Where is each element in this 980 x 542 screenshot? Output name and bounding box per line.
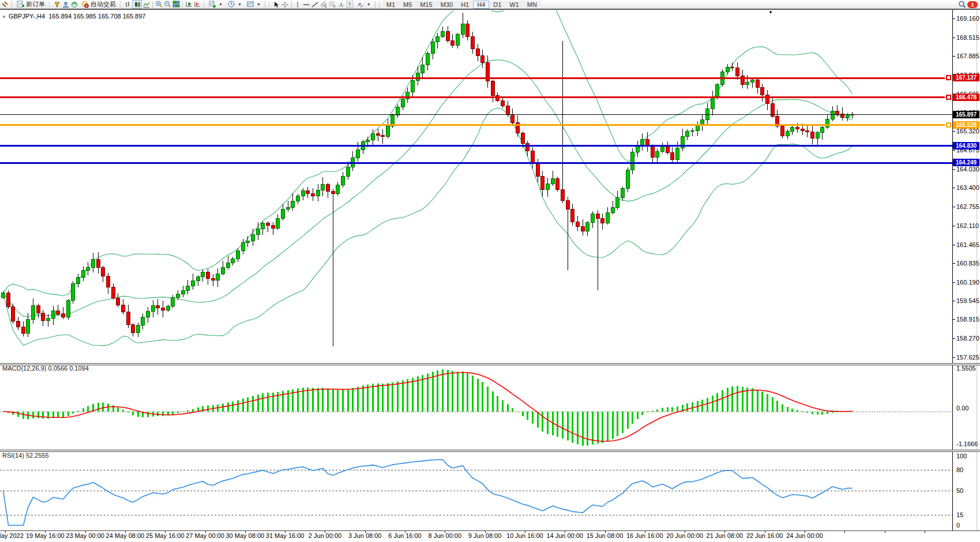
horizontal-line-icon[interactable] [302,1,311,8]
funnel-icon[interactable] [52,1,61,8]
timeframe-h1-button[interactable]: H1 [457,1,473,9]
macd-indicator-label: MACD(12,26,9) 0.0566 0.1094 [2,365,89,372]
price-tick [953,188,955,188]
timeframe-m5-button[interactable]: M5 [399,1,416,9]
macd-values: 0.0566 0.1094 [48,365,88,372]
indicators-button[interactable]: ▼ [206,1,225,9]
signals-icon[interactable] [70,1,78,8]
text-label-icon[interactable]: T [346,1,354,8]
arrows-icon [356,1,365,8]
notification-badge: 1 [967,1,978,8]
toolbar-bottom-edge [0,9,980,10]
search-icon[interactable] [958,1,966,8]
bar-chart-icon[interactable] [123,1,132,8]
price-tick-label: 169.160 [956,15,979,22]
arrows-button[interactable]: ▼ [354,1,373,9]
price-level-tag: 164.249 [953,159,979,166]
level-endpoint-square [946,75,951,80]
community-icon[interactable] [61,1,70,8]
price-tick [953,226,955,226]
price-tick [953,301,955,301]
price-tick [953,169,955,170]
price-level-tag: 164.830 [953,142,979,149]
chart-shift-marker[interactable]: ▼ [768,10,773,15]
price-tick-label: 162.755 [956,203,979,210]
price-tick [953,38,955,38]
auto-scroll-icon[interactable] [185,1,193,8]
templates-button[interactable]: ▼ [244,1,263,9]
macd-scale-label: 0.00 [956,405,968,412]
timeframe-h4-button[interactable]: H4 [473,1,489,9]
window-right-edge [977,10,977,530]
price-tick [953,207,955,207]
price-tick [953,150,955,151]
macd-scale-label: 1.5505 [956,365,976,372]
timeframe-mn-button[interactable]: MN [523,1,541,9]
price-tick-label: 159.545 [956,297,979,304]
price-tick-label: 167.885 [956,53,979,59]
chart-canvas[interactable] [0,0,980,542]
new-order-label: 新订单 [26,0,45,9]
indicators-icon [208,1,217,8]
timeframe-m15-button[interactable]: M15 [416,1,436,9]
caret-down-icon: ▼ [219,2,223,6]
price-tick-label: 160.835 [956,260,979,267]
svg-text:F: F [333,5,336,8]
separator [291,1,292,8]
price-level-tag: 167.137 [953,74,979,81]
separator [265,1,265,8]
one-click-trading-arrow[interactable]: ▼ [2,14,6,20]
rsi-scale-label: 80 [956,466,963,473]
rsi-scale-label: 100 [956,453,967,459]
price-tick-label: 158.270 [956,335,979,342]
grip [269,1,271,8]
line-chart-icon[interactable] [142,1,151,8]
zoom-in-icon[interactable] [155,1,163,8]
price-tick [953,263,955,264]
price-tick-label: 160.190 [956,279,979,286]
candlestick-chart-icon[interactable] [132,0,142,9]
equidistant-channel-icon[interactable]: E [320,1,328,8]
chart-shift-icon[interactable] [193,1,202,8]
zoom-out-icon[interactable] [163,1,172,8]
clipped-left-icon[interactable] [1,1,10,8]
auto-trading-icon [81,1,89,8]
timeframe-w1-button[interactable]: W1 [505,1,523,9]
new-order-button[interactable]: 新订单 [14,1,47,9]
tile-windows-icon[interactable] [172,1,181,8]
timeframe-m1-button[interactable]: M1 [382,1,399,9]
periods-button[interactable]: ▼ [225,1,244,9]
rsi-scale-label: 0 [956,522,960,529]
price-axis-line [952,10,953,530]
chart-ohlc-header: ▼GBPJPY-,H4 165.894 165.985 165.708 165.… [2,13,145,20]
auto-trading-label: 自动交易 [91,0,116,9]
caret-down-icon: ▼ [367,2,371,6]
price-tick [953,338,955,339]
timeframe-d1-button[interactable]: D1 [489,1,505,9]
level-endpoint-square [946,122,951,128]
price-tick-label: 163.400 [956,184,979,191]
grip [120,1,122,8]
crosshair-icon[interactable] [281,1,290,8]
rsi-value: 52.2555 [26,452,49,459]
auto-trading-button[interactable]: 自动交易 [78,1,118,9]
separator [375,1,376,8]
price-tick-label: 158.915 [956,316,979,323]
grip [49,1,51,8]
svg-text:E: E [325,5,327,8]
separator [204,1,204,8]
fibonacci-icon[interactable]: F [328,1,337,8]
macd-window-divider[interactable] [0,363,980,365]
notifications-icon[interactable]: 1 [966,1,979,8]
cursor-icon[interactable] [272,1,281,8]
price-tick-label: 164.030 [956,166,979,173]
text-icon[interactable]: A [337,1,346,8]
vertical-line-icon[interactable] [294,1,302,8]
trendline-icon[interactable] [311,1,320,8]
rsi-window-divider[interactable] [0,450,980,452]
price-level-tag: 165.528 [953,121,979,129]
timeframe-m30-button[interactable]: M30 [437,1,457,9]
price-tick-label: 162.110 [956,222,979,229]
symbol-period: GBPJPY-,H4 [9,13,45,20]
separator [182,1,183,8]
